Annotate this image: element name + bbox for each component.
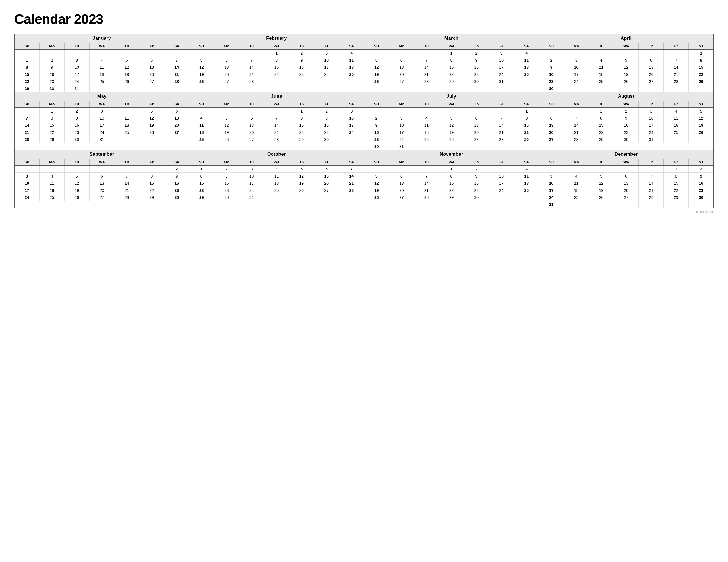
calendar-day: 4 — [514, 166, 539, 173]
calendar-day: 21 — [564, 129, 589, 136]
calendar-day: 10 — [64, 64, 89, 71]
calendar-day: 16 — [289, 64, 314, 71]
calendar-day: 13 — [164, 115, 189, 122]
calendar-day: 26 — [64, 194, 89, 201]
calendar-day: 18 — [264, 180, 289, 187]
calendar-week-row: 3456789 — [15, 173, 189, 180]
calendar-day: 28 — [564, 136, 589, 143]
day-header-sa: Sa — [514, 159, 539, 166]
calendar-day: 8 — [189, 173, 214, 180]
calendar-day: 26 — [364, 194, 389, 201]
calendar-day: 16 — [464, 180, 489, 187]
calendar-day: 21 — [164, 71, 189, 78]
calendar-day: 16 — [614, 122, 639, 129]
calendar-day: 5 — [114, 57, 139, 64]
calendar-day: 13 — [239, 122, 264, 129]
day-header-we: We — [439, 159, 464, 166]
calendar-day: 22 — [589, 129, 614, 136]
calendar-day: 23 — [214, 187, 239, 194]
day-header-we: We — [614, 101, 639, 108]
day-header-we: We — [89, 101, 114, 108]
calendar-day: 27 — [389, 194, 414, 201]
calendar-day: 20 — [89, 187, 114, 194]
day-header-mo: Mo — [40, 43, 65, 50]
calendar-day: 23 — [539, 78, 564, 85]
calendar-week-row: 24252627282930 — [15, 194, 189, 201]
calendar-day: 22 — [289, 129, 314, 136]
calendar-day: 29 — [688, 78, 713, 85]
month-table-august: SuMoTuWeThFrSa 1234567891011121314151617… — [539, 101, 713, 143]
calendar-week-row: 293031 — [189, 194, 364, 201]
calendar-week-row: 22232425262728 — [189, 187, 364, 194]
calendar-day — [564, 85, 589, 92]
day-header-th: Th — [289, 159, 314, 166]
calendar-day: 18 — [40, 187, 65, 194]
calendar-day — [539, 50, 564, 57]
month-january: JanuarySuMoTuWeThFrSa 123456789101112131… — [14, 34, 189, 92]
calendar-day: 22 — [439, 187, 464, 194]
calendar-day: 8 — [589, 115, 614, 122]
calendar-day: 31 — [489, 78, 514, 85]
calendar-day: 21 — [489, 129, 514, 136]
calendar-week-row: 31 — [539, 201, 713, 208]
calendar-day: 27 — [389, 78, 414, 85]
calendar-week-row: 891011121314 — [189, 173, 364, 180]
calendar-week-row: 19202122232425 — [189, 71, 364, 78]
calendar-day: 29 — [40, 136, 65, 143]
calendar-day: 27 — [464, 136, 489, 143]
calendar-week-row: 2345678 — [364, 115, 539, 122]
day-header-sa: Sa — [164, 159, 189, 166]
calendar-day: 2 — [364, 115, 389, 122]
calendar-day: 18 — [664, 122, 689, 129]
calendar-day — [89, 85, 114, 92]
day-header-su: Su — [539, 159, 564, 166]
calendar-day: 4 — [514, 50, 539, 57]
calendar-day — [589, 50, 614, 57]
day-header-th: Th — [464, 159, 489, 166]
calendar-day: 25 — [564, 194, 589, 201]
month-september: SeptemberSuMoTuWeThFrSa 1234567891011121… — [14, 150, 189, 208]
calendar-day: 31 — [64, 85, 89, 92]
calendar-day: 29 — [289, 136, 314, 143]
calendar-day: 11 — [339, 57, 364, 64]
calendar-day: 3 — [564, 57, 589, 64]
calendar-day: 29 — [439, 78, 464, 85]
calendar-day: 31 — [89, 136, 114, 143]
calendar-day: 15 — [264, 64, 289, 71]
day-header-mo: Mo — [389, 159, 414, 166]
day-header-su: Su — [364, 101, 389, 108]
day-header-tu: Tu — [589, 101, 614, 108]
calendar-week-row: 12131415161718 — [364, 180, 539, 187]
calendar-day: 11 — [189, 122, 214, 129]
day-header-sa: Sa — [514, 43, 539, 50]
calendar-day: 5 — [364, 173, 389, 180]
calendar-day: 9 — [40, 64, 65, 71]
calendar-day: 12 — [189, 64, 214, 71]
calendar-day: 2 — [539, 57, 564, 64]
month-title-april: April — [539, 34, 713, 43]
calendar-day: 9 — [64, 115, 89, 122]
calendar-day: 5 — [214, 115, 239, 122]
calendar-day — [364, 50, 389, 57]
calendar-day: 27 — [539, 136, 564, 143]
calendar-day: 1 — [439, 166, 464, 173]
calendar-day: 1 — [264, 50, 289, 57]
day-header-sa: Sa — [339, 159, 364, 166]
calendar-day: 11 — [514, 173, 539, 180]
calendar-day: 17 — [489, 64, 514, 71]
calendar-day: 21 — [639, 187, 664, 194]
month-title-september: September — [15, 150, 189, 159]
month-title-july: July — [364, 92, 539, 101]
day-header-sa: Sa — [164, 101, 189, 108]
calendar-day: 18 — [514, 180, 539, 187]
calendar-day: 30 — [688, 194, 713, 201]
calendar-day: 6 — [464, 115, 489, 122]
calendar-day — [489, 194, 514, 201]
day-header-fr: Fr — [139, 43, 164, 50]
calendar-week-row: 14151617181920 — [15, 122, 189, 129]
calendar-day — [614, 50, 639, 57]
calendar-day: 4 — [339, 50, 364, 57]
calendar-day: 3 — [489, 166, 514, 173]
calendar-day: 2 — [214, 166, 239, 173]
calendar-day — [489, 108, 514, 115]
